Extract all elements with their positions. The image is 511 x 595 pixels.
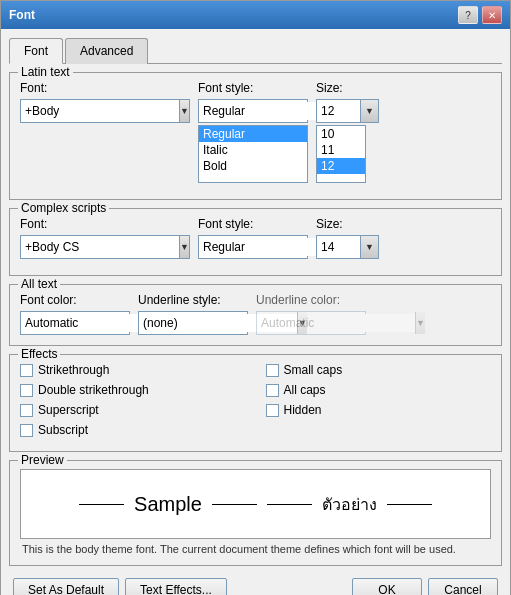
footer-left: Set As Default Text Effects... bbox=[13, 578, 227, 595]
style-list-item-regular[interactable]: Regular bbox=[199, 126, 307, 142]
font-size-list[interactable]: 10 11 12 bbox=[316, 125, 366, 183]
window-body: Font Advanced Latin text Font: ▼ Font st… bbox=[1, 29, 510, 595]
checkbox-small-caps[interactable]: Small caps bbox=[266, 363, 492, 377]
cs-size-dropdown-btn[interactable]: ▼ bbox=[360, 236, 378, 258]
title-bar-controls: ? ✕ bbox=[458, 6, 502, 24]
ok-button[interactable]: OK bbox=[352, 578, 422, 595]
underline-style-combo[interactable]: ▼ bbox=[138, 311, 248, 335]
size-list-item-12[interactable]: 12 bbox=[317, 158, 365, 174]
cs-font-label: Font: bbox=[20, 217, 190, 231]
checkbox-superscript[interactable]: Superscript bbox=[20, 403, 246, 417]
small-caps-label: Small caps bbox=[284, 363, 343, 377]
font-color-col: Font color: ▼ bbox=[20, 293, 130, 335]
font-size-dropdown-btn[interactable]: ▼ bbox=[360, 100, 378, 122]
all-text-section: All text Font color: ▼ Underline style: … bbox=[9, 284, 502, 346]
underline-style-col: Underline style: ▼ bbox=[138, 293, 248, 335]
cs-size-input[interactable] bbox=[317, 238, 360, 256]
font-size-input[interactable] bbox=[317, 100, 360, 122]
font-name-col: Font: ▼ bbox=[20, 81, 190, 123]
style-list-item-italic[interactable]: Italic bbox=[199, 142, 307, 158]
preview-underline-right bbox=[387, 504, 432, 505]
double-strikethrough-checkbox-box[interactable] bbox=[20, 384, 33, 397]
font-name-dropdown-btn[interactable]: ▼ bbox=[179, 100, 189, 122]
underline-color-dropdown-btn: ▼ bbox=[415, 312, 425, 334]
all-caps-checkbox-box[interactable] bbox=[266, 384, 279, 397]
font-style-col: Font style: ▼ Regular Italic Bold bbox=[198, 81, 308, 183]
hidden-checkbox-box[interactable] bbox=[266, 404, 279, 417]
complex-scripts-label: Complex scripts bbox=[18, 201, 109, 215]
superscript-label: Superscript bbox=[38, 403, 99, 417]
subscript-checkbox-box[interactable] bbox=[20, 424, 33, 437]
preview-underline-mid2 bbox=[267, 504, 312, 505]
footer: Set As Default Text Effects... OK Cancel bbox=[9, 572, 502, 595]
font-name-label: Font: bbox=[20, 81, 190, 95]
text-effects-button[interactable]: Text Effects... bbox=[125, 578, 227, 595]
font-style-list[interactable]: Regular Italic Bold bbox=[198, 125, 308, 183]
checkbox-subscript[interactable]: Subscript bbox=[20, 423, 246, 437]
small-caps-checkbox-box[interactable] bbox=[266, 364, 279, 377]
latin-text-section: Latin text Font: ▼ Font style: ▼ bbox=[9, 72, 502, 200]
font-size-col: Size: ▼ 10 11 12 bbox=[316, 81, 379, 183]
cs-style-combo[interactable]: ▼ bbox=[198, 235, 308, 259]
effects-col-left: Strikethrough Double strikethrough Super… bbox=[20, 363, 246, 441]
close-button[interactable]: ✕ bbox=[482, 6, 502, 24]
latin-text-row1: Font: ▼ Font style: ▼ Regular Ital bbox=[20, 81, 491, 183]
cs-size-label: Size: bbox=[316, 217, 379, 231]
cs-font-input[interactable] bbox=[21, 238, 179, 256]
preview-box: Sample ตัวอย่าง bbox=[20, 469, 491, 539]
help-button[interactable]: ? bbox=[458, 6, 478, 24]
checkbox-strikethrough[interactable]: Strikethrough bbox=[20, 363, 246, 377]
cancel-button[interactable]: Cancel bbox=[428, 578, 498, 595]
checkbox-double-strikethrough[interactable]: Double strikethrough bbox=[20, 383, 246, 397]
font-style-label: Font style: bbox=[198, 81, 308, 95]
preview-sample: Sample bbox=[134, 493, 202, 516]
underline-style-label: Underline style: bbox=[138, 293, 248, 307]
cs-style-col: Font style: ▼ bbox=[198, 217, 308, 259]
font-color-combo[interactable]: ▼ bbox=[20, 311, 130, 335]
preview-underline-left bbox=[79, 504, 124, 505]
cs-font-combo[interactable]: ▼ bbox=[20, 235, 190, 259]
subscript-label: Subscript bbox=[38, 423, 88, 437]
tab-font[interactable]: Font bbox=[9, 38, 63, 64]
cs-size-col: Size: ▼ bbox=[316, 217, 379, 259]
underline-color-input bbox=[257, 314, 415, 332]
font-color-label: Font color: bbox=[20, 293, 130, 307]
style-list-item-bold[interactable]: Bold bbox=[199, 158, 307, 174]
font-name-combo[interactable]: ▼ bbox=[20, 99, 190, 123]
set-as-default-button[interactable]: Set As Default bbox=[13, 578, 119, 595]
underline-color-label: Underline color: bbox=[256, 293, 366, 307]
size-list-item-10[interactable]: 10 bbox=[317, 126, 365, 142]
preview-label: Preview bbox=[18, 453, 67, 467]
font-name-input[interactable] bbox=[21, 102, 179, 120]
strikethrough-checkbox-box[interactable] bbox=[20, 364, 33, 377]
superscript-checkbox-box[interactable] bbox=[20, 404, 33, 417]
cs-font-name-col: Font: ▼ bbox=[20, 217, 190, 259]
effects-section: Effects Strikethrough Double strikethrou… bbox=[9, 354, 502, 452]
window-title: Font bbox=[9, 8, 35, 22]
preview-line: Sample ตัวอย่าง bbox=[33, 492, 478, 517]
tab-bar: Font Advanced bbox=[9, 37, 502, 64]
effects-grid: Strikethrough Double strikethrough Super… bbox=[20, 363, 491, 441]
strikethrough-label: Strikethrough bbox=[38, 363, 109, 377]
checkbox-all-caps[interactable]: All caps bbox=[266, 383, 492, 397]
footer-right: OK Cancel bbox=[352, 578, 498, 595]
all-text-label: All text bbox=[18, 277, 60, 291]
complex-scripts-section: Complex scripts Font: ▼ Font style: ▼ bbox=[9, 208, 502, 276]
font-size-label: Size: bbox=[316, 81, 379, 95]
size-list-item-11[interactable]: 11 bbox=[317, 142, 365, 158]
font-dialog: Font ? ✕ Font Advanced Latin text Font: … bbox=[0, 0, 511, 595]
tab-advanced[interactable]: Advanced bbox=[65, 38, 148, 64]
font-style-combo[interactable]: ▼ bbox=[198, 99, 308, 123]
checkbox-hidden[interactable]: Hidden bbox=[266, 403, 492, 417]
title-bar: Font ? ✕ bbox=[1, 1, 510, 29]
double-strikethrough-label: Double strikethrough bbox=[38, 383, 149, 397]
all-text-row: Font color: ▼ Underline style: ▼ bbox=[20, 293, 491, 335]
preview-underline-mid1 bbox=[212, 504, 257, 505]
underline-color-combo[interactable]: ▼ bbox=[256, 311, 366, 335]
cs-font-dropdown-btn[interactable]: ▼ bbox=[179, 236, 189, 258]
cs-style-label: Font style: bbox=[198, 217, 308, 231]
effects-col-right: Small caps All caps Hidden bbox=[266, 363, 492, 441]
latin-text-label: Latin text bbox=[18, 65, 73, 79]
cs-size-combo[interactable]: ▼ bbox=[316, 235, 379, 259]
preview-thai: ตัวอย่าง bbox=[322, 492, 377, 517]
